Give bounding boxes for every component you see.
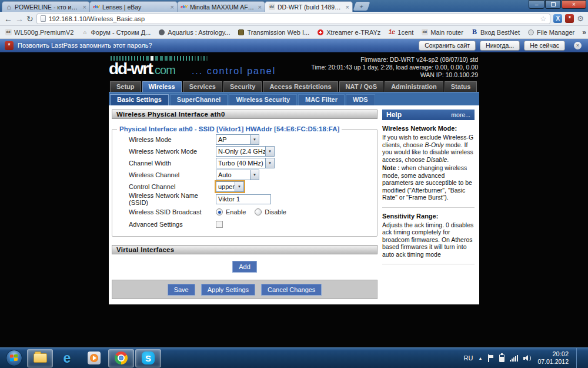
infobar-close-icon[interactable]: × bbox=[574, 42, 582, 49]
url-text[interactable]: 192.168.1.10/Wireless_Basic.asp bbox=[49, 15, 537, 22]
ssid-input[interactable] bbox=[216, 194, 271, 204]
close-button[interactable]: × bbox=[562, 0, 586, 9]
control-channel-select[interactable]: upper ▼ bbox=[216, 181, 244, 192]
field-label: Control Channel bbox=[129, 183, 216, 190]
bookmark-file-manager[interactable]: File Manager bbox=[527, 29, 574, 36]
tab-setup[interactable]: Setup bbox=[110, 81, 141, 92]
start-button[interactable] bbox=[6, 350, 22, 366]
browser-tab-ebay-lenses[interactable]: ebY Lenses | eBay × bbox=[89, 1, 178, 12]
apply-settings-button[interactable]: Apply Settings bbox=[201, 284, 255, 296]
reload-button[interactable]: ↻ bbox=[26, 15, 34, 23]
tab-close-icon[interactable]: × bbox=[171, 4, 174, 10]
tab-close-icon[interactable]: × bbox=[83, 4, 86, 10]
bookmark-label: Main router bbox=[430, 29, 463, 36]
battery-icon[interactable] bbox=[499, 354, 505, 362]
bookmark-label: Transmission Web I... bbox=[247, 29, 309, 36]
browser-tab-powerline[interactable]: ⌂ POWERLINE - кто использ × bbox=[2, 1, 90, 12]
help-heading-sensitivity: Sensitivity Range: bbox=[382, 213, 475, 220]
folder-icon bbox=[34, 353, 47, 363]
network-mode-select[interactable]: N-Only (2.4 GHz) ▼ bbox=[216, 146, 275, 157]
clock-time: 20:02 bbox=[537, 350, 569, 358]
browser-tab-ebay-minolta[interactable]: ebY Minolta MAXXUM AF 70-21 × bbox=[177, 1, 265, 12]
tab-nat-qos[interactable]: NAT / QoS bbox=[339, 81, 384, 92]
form-row-control-channel: Control Channel upper ▼ bbox=[129, 181, 373, 193]
save-button[interactable]: Save bbox=[168, 284, 195, 296]
infobar-never-button[interactable]: Никогда... bbox=[480, 41, 520, 51]
subtab-wds[interactable]: WDS bbox=[346, 94, 375, 105]
help-more-link[interactable]: more... bbox=[451, 111, 470, 118]
back-button[interactable]: ← bbox=[4, 15, 12, 23]
bookmark-label: Вход BestNet bbox=[480, 29, 520, 36]
physical-interface-fieldset: Physical Interface ath0 - SSID [Viktor1]… bbox=[112, 125, 377, 237]
firmware-line: Firmware: DD-WRT v24-sp2 (08/07/10) std bbox=[311, 56, 478, 64]
subtab-mac-filter[interactable]: MAC Filter bbox=[298, 94, 345, 105]
action-center-flag-icon[interactable] bbox=[487, 354, 494, 362]
hidden-icons-arrow[interactable]: ▲ bbox=[479, 356, 483, 360]
field-label: Wireless Network Mode bbox=[129, 148, 216, 155]
language-indicator[interactable]: RU bbox=[464, 354, 473, 362]
ssid-broadcast-enable-radio[interactable] bbox=[216, 208, 223, 216]
bookmark-forum[interactable]: ⌂Форум - Строим Д... bbox=[82, 29, 151, 36]
maximize-button[interactable] bbox=[545, 0, 561, 9]
tab-administration[interactable]: Administration bbox=[385, 81, 443, 92]
menu-wrench-icon[interactable]: ⚙ bbox=[577, 14, 584, 23]
chevron-down-icon: ▼ bbox=[250, 135, 259, 144]
address-bar[interactable]: 192.168.1.10/Wireless_Basic.asp ☆ bbox=[36, 14, 551, 24]
select-value: Auto bbox=[216, 170, 250, 180]
footer-button-bar: Save Apply Settings Cancel Changes bbox=[112, 280, 377, 299]
bookmark-transmission[interactable]: Transmission Web I... bbox=[238, 29, 309, 36]
bookmark-xtreamer[interactable]: Xtreamer e-TRAYz bbox=[317, 29, 380, 36]
infobar-save-site-button[interactable]: Сохранить сайт bbox=[419, 41, 476, 51]
taskbar-skype-button[interactable]: S bbox=[135, 349, 161, 367]
advanced-settings-checkbox[interactable] bbox=[216, 221, 223, 228]
channel-width-select[interactable]: Turbo (40 MHz) ▼ bbox=[216, 158, 275, 168]
tab-status[interactable]: Status bbox=[445, 81, 477, 92]
bookmark-wl500g[interactable]: ddWL500g.PremiumV2 bbox=[5, 29, 74, 36]
new-tab-button[interactable]: + bbox=[353, 2, 370, 11]
browser-tab-ddwrt-active[interactable]: dd DD-WRT (build 14896) - Wir × bbox=[265, 1, 353, 12]
taskbar-clock[interactable]: 20:02 07.01.2012 bbox=[537, 350, 569, 366]
bookmark-aquarius[interactable]: Aquarius : Astrology... bbox=[158, 29, 230, 36]
form-row-ssid-broadcast: Wireless SSID Broadcast Enable Disable bbox=[129, 205, 373, 218]
ebay-favicon-icon: ebY bbox=[93, 4, 100, 11]
bookmark-bestnet[interactable]: BВход BestNet bbox=[471, 29, 520, 36]
subtab-basic-settings[interactable]: Basic Settings bbox=[110, 94, 169, 105]
field-label: Wireless SSID Broadcast bbox=[129, 208, 216, 216]
taskbar-ie-button[interactable]: e bbox=[54, 349, 80, 367]
field-label: Channel Width bbox=[129, 160, 216, 167]
cancel-changes-button[interactable]: Cancel Changes bbox=[261, 284, 322, 296]
network-signal-icon[interactable] bbox=[510, 354, 518, 362]
tab-services[interactable]: Services bbox=[183, 81, 222, 92]
subtab-superchannel[interactable]: SuperChannel bbox=[170, 94, 228, 105]
ssid-broadcast-disable-radio[interactable] bbox=[255, 208, 262, 216]
fieldset-legend: Physical Interface ath0 - SSID [Viktor1]… bbox=[117, 125, 342, 132]
bookmark-main-router[interactable]: ddMain router bbox=[421, 29, 463, 36]
tab-wireless[interactable]: Wireless bbox=[142, 81, 182, 92]
bookmark-1cent[interactable]: 1c1cent bbox=[388, 29, 413, 36]
infobar-not-now-button[interactable]: Не сейчас bbox=[524, 41, 565, 51]
bookmarks-overflow-chevron[interactable]: » bbox=[582, 28, 586, 37]
volume-icon[interactable] bbox=[523, 354, 532, 362]
taskbar-chrome-button[interactable] bbox=[108, 349, 134, 367]
tab-security[interactable]: Security bbox=[223, 81, 262, 92]
subtab-wireless-security[interactable]: Wireless Security bbox=[229, 94, 297, 105]
tab-close-icon[interactable]: × bbox=[258, 4, 262, 10]
content-panel: Wireless Physical Interface ath0 Physica… bbox=[109, 105, 479, 304]
section-header-physical-interface: Wireless Physical Interface ath0 bbox=[112, 110, 377, 119]
tab-access-restrictions[interactable]: Access Restrictions bbox=[263, 81, 338, 92]
chevron-down-icon: ▼ bbox=[265, 147, 274, 156]
lastpass-extension-icon[interactable]: * bbox=[565, 14, 574, 23]
wireless-channel-select[interactable]: Auto ▼ bbox=[216, 170, 259, 180]
tab-close-icon[interactable]: × bbox=[346, 4, 349, 10]
extension-icon[interactable]: X bbox=[553, 14, 562, 23]
taskbar-explorer-button[interactable] bbox=[27, 349, 53, 367]
add-button[interactable]: Add bbox=[232, 261, 257, 273]
show-desktop-button[interactable] bbox=[576, 348, 581, 368]
wireless-mode-select[interactable]: AP ▼ bbox=[216, 134, 259, 145]
bookmark-star-icon[interactable]: ☆ bbox=[540, 15, 547, 23]
forward-button[interactable]: → bbox=[15, 15, 24, 23]
tab-title: Lenses | eBay bbox=[102, 4, 168, 11]
form-row-network-mode: Wireless Network Mode N-Only (2.4 GHz) ▼ bbox=[129, 145, 373, 157]
taskbar-media-player-button[interactable] bbox=[81, 349, 107, 367]
minimize-button[interactable]: – bbox=[529, 0, 544, 9]
